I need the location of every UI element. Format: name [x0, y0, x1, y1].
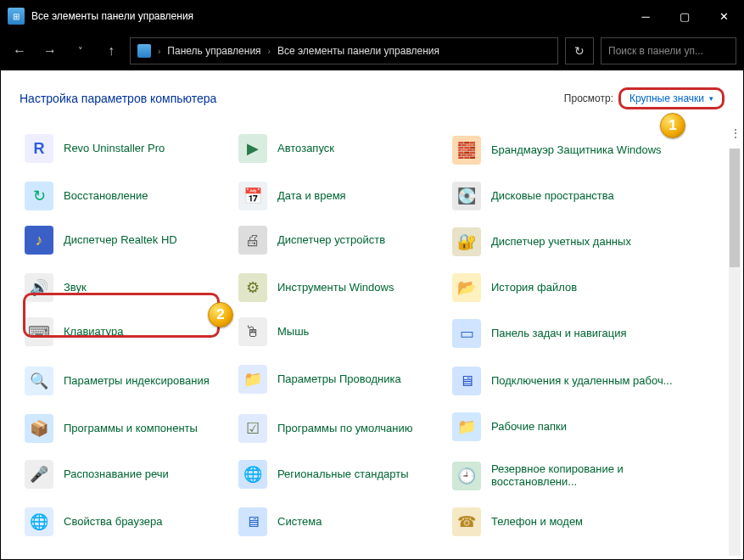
control-panel-icon: ⊞	[8, 8, 25, 25]
minimize-button[interactable]: ─	[626, 1, 665, 31]
forward-button[interactable]: →	[38, 39, 62, 63]
taskbar-icon: ▭	[452, 319, 481, 348]
chevron-right-icon: ›	[268, 47, 271, 56]
item-explorer-options[interactable]: 📁Параметры Проводника	[233, 359, 444, 400]
item-label: Revo Uninstaller Pro	[64, 143, 165, 155]
item-region[interactable]: 🌐Региональные стандарты	[233, 454, 444, 495]
keyboard-icon: ⌨	[25, 317, 53, 346]
item-label: Мышь	[277, 326, 309, 339]
default-programs-icon: ☑	[238, 414, 267, 443]
annotation-badge-2: 2	[208, 302, 233, 328]
back-button[interactable]: ←	[8, 39, 31, 63]
item-label: Дисковые пространства	[491, 190, 614, 203]
scrollbar-thumb[interactable]	[730, 148, 740, 267]
item-recovery[interactable]: ↻Восстановление	[20, 176, 230, 216]
item-realtek-hd[interactable]: ♪Диспетчер Realtek HD	[20, 220, 230, 260]
more-menu[interactable]: ⋮	[730, 126, 741, 140]
tools-icon: ⚙	[238, 273, 267, 302]
item-label: Распознавание речи	[64, 468, 169, 481]
view-label: Просмотр:	[564, 92, 613, 104]
item-file-history[interactable]: 📂История файлов	[447, 267, 685, 308]
address-bar[interactable]: › Панель управления › Все элементы панел…	[130, 37, 558, 64]
item-label: Телефон и модем	[491, 516, 583, 529]
search-input[interactable]: Поиск в панели уп...	[601, 37, 736, 64]
recovery-icon: ↻	[25, 182, 53, 210]
backup-icon: 🕘	[452, 462, 481, 490]
item-mouse[interactable]: 🖱Мышь	[233, 311, 444, 352]
item-remote-desktop[interactable]: 🖥Подключения к удаленным рабоч...	[447, 359, 685, 403]
item-label: Дата и время	[277, 190, 346, 203]
item-label: Свойства браузера	[64, 516, 162, 529]
item-work-folders[interactable]: 📁Рабочие папки	[447, 406, 685, 447]
item-system[interactable]: 🖥Система	[233, 501, 444, 542]
item-label: Региональные стандарты	[277, 468, 408, 481]
item-label: Резервное копирование и восстановлени...	[491, 463, 680, 489]
item-internet-options[interactable]: 🌐Свойства браузера	[20, 501, 230, 542]
maximize-button[interactable]: ▢	[665, 1, 704, 31]
item-backup-restore[interactable]: 🕘Резервное копирование и восстановлени..…	[447, 454, 685, 498]
microphone-icon: 🎤	[25, 460, 53, 489]
speaker-icon: 🔊	[25, 273, 53, 302]
item-keyboard[interactable]: ⌨Клавиатура	[20, 311, 230, 352]
folder-options-icon: 📁	[238, 365, 267, 394]
item-label: Клавиатура	[64, 326, 123, 339]
indexing-icon: 🔍	[25, 367, 53, 395]
view-mode-dropdown[interactable]: Крупные значки	[618, 87, 724, 109]
recent-dropdown[interactable]: ˅	[69, 39, 92, 63]
item-default-programs[interactable]: ☑Программы по умолчанию	[233, 406, 444, 451]
item-phone-modem[interactable]: ☎Телефон и модем	[447, 501, 685, 542]
close-button[interactable]: ✕	[704, 1, 743, 31]
item-label: Диспетчер устройств	[277, 234, 385, 247]
device-manager-icon: 🖨	[238, 226, 267, 255]
up-button[interactable]: ↑	[99, 39, 123, 63]
item-date-time[interactable]: 📅Дата и время	[233, 176, 444, 216]
item-programs-features[interactable]: 📦Программы и компоненты	[20, 406, 230, 451]
item-taskbar-navigation[interactable]: ▭Панель задач и навигация	[447, 311, 685, 356]
item-label: Брандмауэр Защитника Windows	[491, 144, 662, 157]
item-label: Диспетчер Realtek HD	[64, 234, 177, 247]
item-revo-uninstaller[interactable]: RRevo Uninstaller Pro	[20, 128, 230, 169]
item-storage-spaces[interactable]: 💽Дисковые пространства	[447, 176, 685, 216]
refresh-button[interactable]: ↻	[565, 37, 594, 64]
item-windows-tools[interactable]: ⚙Инструменты Windows	[233, 267, 444, 308]
item-label: Программы по умолчанию	[277, 423, 412, 435]
mouse-icon: 🖱	[238, 317, 267, 346]
item-credential-manager[interactable]: 🔐Диспетчер учетных данных	[447, 220, 685, 264]
breadcrumb-root[interactable]: Панель управления	[167, 45, 260, 57]
vault-icon: 🔐	[452, 227, 481, 256]
annotation-badge-1: 1	[660, 113, 685, 138]
item-label: Инструменты Windows	[277, 282, 394, 294]
item-label: Восстановление	[64, 190, 148, 203]
item-label: Рабочие папки	[491, 421, 567, 434]
items-grid: RRevo Uninstaller Pro ▶Автозапуск 🧱Бранд…	[20, 128, 724, 542]
item-label: Диспетчер учетных данных	[491, 236, 631, 249]
nav-bar: ← → ˅ ↑ › Панель управления › Все элемен…	[1, 31, 743, 70]
globe-clock-icon: 🌐	[238, 460, 267, 489]
item-autorun[interactable]: ▶Автозапуск	[233, 128, 444, 169]
item-device-manager[interactable]: 🖨Диспетчер устройств	[233, 220, 444, 260]
chevron-right-icon: ›	[158, 47, 160, 56]
page-title: Настройка параметров компьютера	[20, 92, 216, 105]
breadcrumb-current[interactable]: Все элементы панели управления	[277, 45, 439, 57]
firewall-icon: 🧱	[452, 136, 481, 165]
control-panel-small-icon	[137, 44, 151, 58]
item-label: Программы и компоненты	[64, 423, 198, 435]
system-icon: 🖥	[238, 507, 267, 536]
window-title: Все элементы панели управления	[31, 10, 626, 22]
titlebar: ⊞ Все элементы панели управления ─ ▢ ✕	[1, 1, 743, 31]
calendar-icon: 📅	[238, 182, 267, 210]
item-label: Система	[277, 516, 322, 529]
realtek-icon: ♪	[25, 226, 53, 255]
item-indexing-options[interactable]: 🔍Параметры индексирования	[20, 359, 230, 403]
item-speech-recognition[interactable]: 🎤Распознавание речи	[20, 454, 230, 495]
item-firewall[interactable]: 🧱Брандмауэр Защитника Windows	[447, 128, 685, 172]
item-label: История файлов	[491, 282, 577, 294]
item-sound[interactable]: 🔊Звук	[20, 267, 230, 308]
programs-icon: 📦	[25, 414, 53, 443]
search-placeholder: Поиск в панели уп...	[608, 45, 703, 57]
view-group: Просмотр: Крупные значки	[564, 87, 724, 109]
item-label: Подключения к удаленным рабоч...	[491, 375, 673, 388]
item-label: Параметры Проводника	[277, 373, 401, 386]
vertical-scrollbar[interactable]	[729, 148, 741, 556]
content-area: ⋮ Настройка параметров компьютера Просмо…	[1, 70, 743, 560]
